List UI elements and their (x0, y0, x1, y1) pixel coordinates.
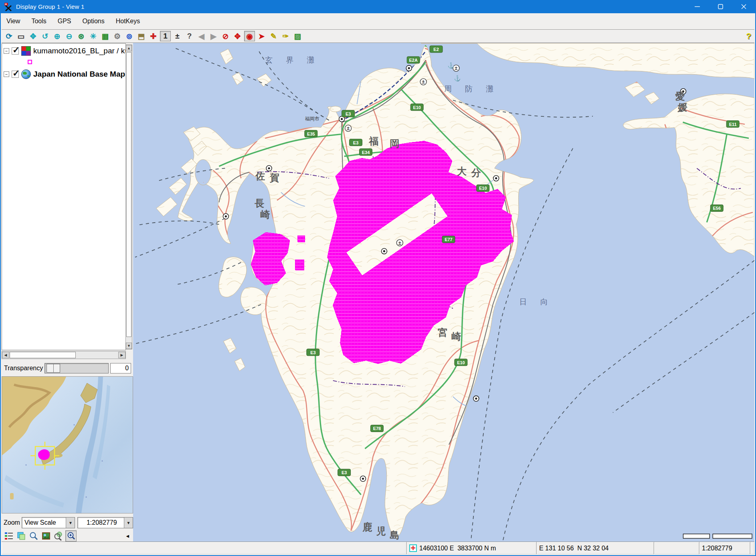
select-mode-icon[interactable]: ± (172, 31, 183, 41)
svg-text:日 向: 日 向 (519, 298, 554, 306)
raster-preview-button[interactable] (40, 530, 52, 542)
scroll-left-icon[interactable]: ◀ (2, 352, 9, 358)
magnifier-button[interactable] (28, 530, 39, 542)
check-icon: ✓ (12, 45, 20, 55)
overview-map[interactable] (2, 376, 133, 513)
prev-element-icon[interactable]: ◀ (196, 31, 207, 41)
menu-view[interactable]: View (6, 18, 20, 25)
svg-text:福岡市: 福岡市 (305, 116, 319, 122)
chevron-down-icon[interactable]: ▼ (124, 517, 133, 528)
taiwan-island (10, 493, 14, 499)
svg-text:E78: E78 (373, 426, 381, 431)
status-bar: ✛14603100 E 3833700 N mE 131 10 56 N 32 … (2, 542, 754, 554)
profile-icon[interactable]: ✑ (280, 31, 291, 41)
zoom-out-icon[interactable]: ⊖ (64, 31, 75, 41)
previous-view-icon[interactable]: ↺ (40, 31, 51, 41)
menu-gps[interactable]: GPS (58, 18, 71, 25)
zoom-mode-select[interactable]: View Scale ▼ (22, 517, 75, 528)
menu-tools[interactable]: Tools (31, 18, 46, 25)
title-bar: Display Group 1 - View 1 (1, 0, 755, 13)
full-extent-icon[interactable]: ▭ (16, 31, 26, 41)
collapse-icon[interactable]: − (4, 71, 9, 77)
whats-this-icon[interactable]: ? (184, 31, 195, 41)
layer-list-hscrollbar[interactable]: ◀ ▶ (2, 351, 126, 359)
svg-text:E3: E3 (342, 470, 347, 475)
svg-text:E2A: E2A (409, 58, 418, 63)
zoom-full-icon[interactable]: ⊛ (76, 31, 87, 41)
zoom-scale-combo[interactable]: 1:2082779 ▼ (77, 517, 133, 528)
svg-text:宮: 宮 (438, 327, 451, 338)
next-element-icon[interactable]: ▶ (208, 31, 219, 41)
svg-text:±: ± (347, 125, 350, 131)
svg-text:E10: E10 (457, 360, 465, 365)
zoom-1x-icon[interactable]: ✳ (88, 31, 99, 41)
layer-checkbox[interactable]: ✓ (12, 71, 19, 78)
sketch-icon[interactable]: ✎ (268, 31, 279, 41)
svg-text:E3: E3 (346, 112, 351, 116)
transparency-slider[interactable] (44, 363, 109, 373)
minimize-button[interactable] (685, 0, 709, 13)
transparency-value[interactable]: 0 (110, 363, 131, 373)
chevron-down-icon[interactable]: ▼ (66, 517, 75, 528)
help-icon[interactable]: ? (746, 31, 751, 41)
layer-list-vscrollbar[interactable]: ▲ ▼ (125, 45, 132, 349)
status-cell-1: ✛14603100 E 3833700 N m (407, 542, 537, 554)
layer-legend-swatch[interactable] (28, 60, 32, 64)
menu-hotkeys[interactable]: HotKeys (116, 18, 140, 25)
layer-name[interactable]: kumamoto2016_BL_par / kuma (33, 47, 126, 55)
collapse-icon[interactable]: − (4, 48, 9, 54)
deselect-icon[interactable]: ⊘ (220, 31, 231, 41)
svg-text:E34: E34 (362, 150, 370, 155)
layer-name[interactable]: Japan National Base Map (33, 70, 125, 79)
tools-icon[interactable]: ⚙ (112, 31, 123, 41)
pan-icon[interactable]: ✥ (28, 31, 38, 41)
svg-text:周 防 灘: 周 防 灘 (444, 85, 499, 93)
transparency-row: Transparency 0 (2, 361, 133, 375)
legend-view-button[interactable] (3, 530, 14, 542)
scroll-right-icon[interactable]: ▶ (118, 352, 125, 358)
svg-text:E10: E10 (413, 105, 421, 110)
scroll-down-icon[interactable]: ▼ (126, 343, 132, 349)
zoom-plus-button[interactable] (65, 530, 77, 542)
snapshot-icon[interactable]: ⬒ (136, 31, 147, 41)
redraw-icon[interactable]: ⟳ (4, 31, 14, 41)
group-1-icon[interactable]: 1 (160, 31, 171, 41)
map-scale-bars[interactable] (683, 534, 752, 538)
slider-thumb[interactable] (46, 364, 60, 373)
panel-icon-row: ◂ (2, 530, 133, 542)
layers-button[interactable] (16, 530, 27, 542)
close-button[interactable] (732, 0, 755, 13)
maximize-button[interactable] (709, 0, 732, 13)
map-view[interactable]: ±±±± ⚓⚓ E2AE2E3E3E35E10E34E10E77E10E3E78… (133, 43, 754, 542)
zoom-label: Zoom (2, 519, 22, 526)
svg-text:E11: E11 (729, 122, 737, 127)
globe-layer-icon[interactable] (21, 69, 31, 79)
svg-text:長: 長 (254, 198, 268, 209)
panel-collapse-icon[interactable]: ◂ (126, 532, 129, 540)
svg-text:愛: 愛 (675, 91, 689, 101)
pointer-icon[interactable]: ➤ (256, 31, 267, 41)
menu-options[interactable]: Options (83, 18, 105, 25)
svg-text:⚓: ⚓ (454, 75, 461, 82)
zoom-globe-button[interactable] (53, 530, 64, 542)
svg-text:±: ± (455, 65, 457, 71)
move-view-icon[interactable]: ✥ (232, 31, 243, 41)
georeference-icon[interactable]: ▨ (292, 31, 303, 41)
recenter-icon[interactable]: ◉ (244, 31, 255, 41)
status-cell-0 (2, 542, 407, 554)
scroll-up-icon[interactable]: ▲ (126, 45, 132, 51)
geotoolbox-icon[interactable]: ⊚ (124, 31, 135, 41)
svg-text:玄 界 灘: 玄 界 灘 (265, 56, 320, 64)
layer-manager-icon[interactable]: ▦ (100, 31, 111, 41)
svg-text:媛: 媛 (677, 102, 691, 113)
add-layer-icon[interactable]: ✚ (148, 31, 159, 41)
layer-row-kumamoto[interactable]: − ✓ kumamoto2016_BL_par / kuma (2, 44, 125, 57)
status-cell-5 (750, 542, 754, 554)
layer-row-basemap[interactable]: − ✓ Japan National Base Map (2, 67, 125, 80)
layer-checkbox[interactable]: ✓ (12, 47, 19, 55)
zoom-in-icon[interactable]: ⊕ (52, 31, 63, 41)
crosshair-icon: ✛ (409, 544, 417, 552)
svg-text:E3: E3 (310, 350, 315, 355)
status-cell-3 (654, 542, 699, 554)
raster-layer-icon[interactable] (21, 46, 31, 56)
